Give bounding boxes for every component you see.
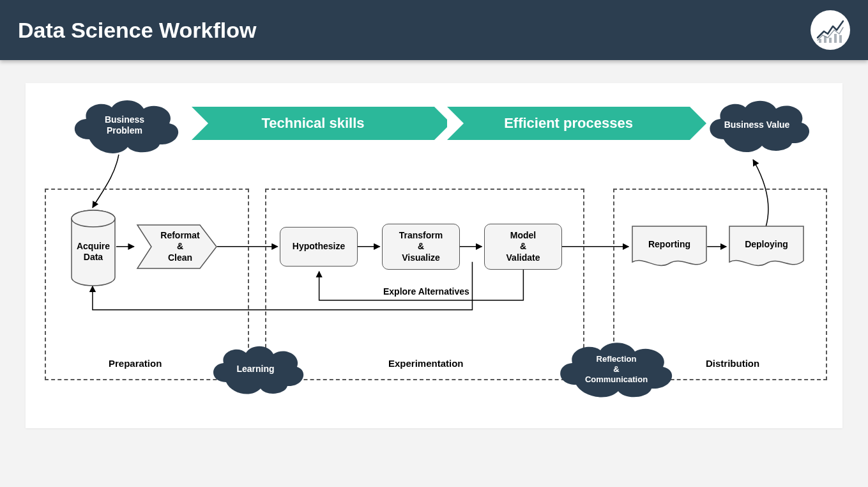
cloud-reflection-communication: Reflection&Communication xyxy=(549,337,683,401)
node-label: Hypothesize xyxy=(293,241,345,252)
slide-title: Data Science Workflow xyxy=(18,18,257,43)
svg-rect-1 xyxy=(824,36,826,43)
cloud-label: BusinessProblem xyxy=(105,114,144,137)
node-reformat-clean: Reformat&Clean xyxy=(136,224,218,270)
cloud-label: Reflection&Communication xyxy=(585,354,648,385)
node-label: Reformat&Clean xyxy=(160,230,199,264)
cloud-label: Business Value xyxy=(724,120,790,131)
label-distribution: Distribution xyxy=(706,358,759,369)
node-hypothesize: Hypothesize xyxy=(280,227,358,267)
label-preparation: Preparation xyxy=(109,358,162,369)
logo-icon xyxy=(811,10,850,50)
label-explore-alternatives: Explore Alternatives xyxy=(383,286,469,297)
svg-rect-4 xyxy=(839,35,842,43)
svg-point-12 xyxy=(72,210,115,227)
node-reporting: Reporting xyxy=(631,225,708,270)
slide-header: Data Science Workflow xyxy=(0,0,868,60)
node-label: Model&Validate xyxy=(506,230,540,264)
node-label: Reporting xyxy=(648,239,690,251)
cloud-label: Learning xyxy=(236,364,274,375)
cloud-business-problem: BusinessProblem xyxy=(64,95,185,156)
label-experimentation: Experimentation xyxy=(388,358,464,369)
svg-rect-3 xyxy=(834,34,837,43)
cloud-business-value: Business Value xyxy=(699,96,814,155)
node-label: Transform&Visualize xyxy=(399,230,443,264)
cloud-learning: Learning xyxy=(204,341,307,398)
svg-rect-0 xyxy=(819,39,821,43)
banner-technical-skills: Technical skills xyxy=(192,107,434,140)
phase-experimentation-box xyxy=(265,189,584,380)
node-model-validate: Model&Validate xyxy=(484,224,562,270)
workflow-diagram: Technical skills Efficient processes Bus… xyxy=(26,83,842,428)
banner-label: Efficient processes xyxy=(504,115,633,132)
banner-efficient-processes: Efficient processes xyxy=(447,107,690,140)
node-label: Deploying xyxy=(745,239,788,251)
node-transform-visualize: Transform&Visualize xyxy=(382,224,460,270)
svg-rect-2 xyxy=(829,38,832,43)
node-label: AcquireData xyxy=(77,241,110,263)
node-deploying: Deploying xyxy=(728,225,805,270)
node-acquire-data: AcquireData xyxy=(70,210,116,286)
banner-label: Technical skills xyxy=(261,115,364,132)
